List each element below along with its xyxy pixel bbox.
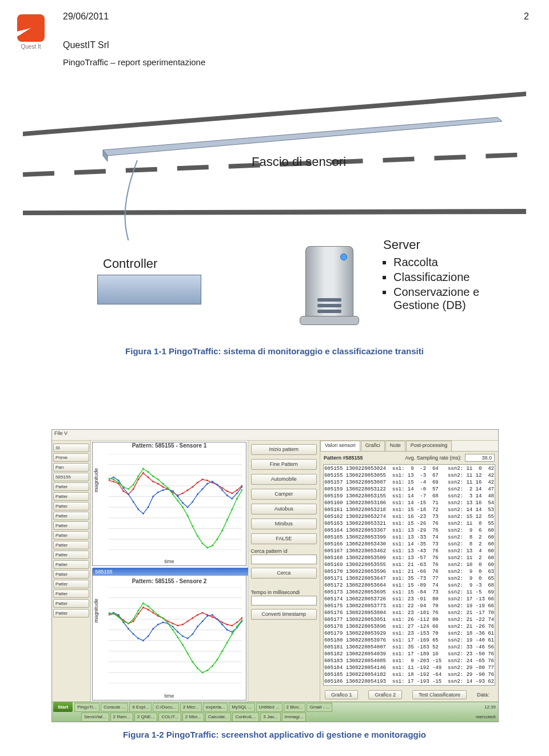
sidebar-item[interactable]: Patter [53,482,89,491]
tab-note[interactable]: Note [385,441,405,451]
chart2-xlabel: time [93,693,245,699]
taskbar-item[interactable]: Calcolat... [205,713,232,722]
sidebar-item[interactable]: Patter [53,589,89,598]
taskbar-item[interactable]: 2 Micr... [180,703,202,712]
convert-timestamp-button[interactable]: Converti timestamp [251,609,317,620]
test-classificatore-button[interactable]: Test Classificatore [412,690,467,699]
sidebar-item[interactable]: Patter [53,551,89,559]
taskbar-item[interactable]: 6 Expl... [129,703,152,712]
taskbar-item[interactable]: MySQL ... [229,703,254,712]
sidebar-item[interactable]: Patter [53,609,89,618]
sidebar-item[interactable]: Patter [53,560,89,569]
start-button[interactable]: Start [53,702,73,712]
svg-point-87 [187,515,189,517]
tab-valori[interactable]: Valori sensori [320,441,360,451]
classify-button[interactable]: Fine Pattern [251,459,317,470]
svg-point-72 [113,478,115,480]
svg-point-180 [182,644,184,646]
tab-post[interactable]: Post-processing [406,441,452,451]
svg-point-31 [187,489,189,491]
taskbar-item[interactable]: experta... [203,703,228,712]
taskbar-item[interactable]: 2 Ram... [110,713,133,722]
tray-day: mercoledì [474,714,498,719]
sidebar-item[interactable]: Prime [53,453,89,462]
svg-point-56 [172,490,174,492]
data-label: Data: [477,692,490,698]
classify-button[interactable]: FALSE [251,533,317,544]
chart2-plot [109,587,242,683]
taskbar[interactable]: StartPingoTr...Console ...6 Expl...C:/Do… [52,702,498,722]
svg-point-187 [217,659,218,660]
server-image [297,240,360,326]
svg-point-96 [232,508,233,510]
svg-point-38 [222,487,224,489]
svg-point-114 [133,620,134,622]
classify-button[interactable]: Autobus [251,504,317,514]
sidebar-item[interactable]: 585155 [53,473,89,481]
classify-button[interactable]: Automobile [251,474,317,485]
classify-button[interactable]: Camper [251,489,317,500]
sidebar-item[interactable]: Patter [53,531,89,540]
svg-point-157 [207,615,209,617]
taskbar-item[interactable]: 2 Micr... [182,713,204,722]
svg-point-188 [222,650,224,652]
svg-point-77 [138,476,140,477]
svg-point-171 [138,610,140,612]
svg-point-179 [177,636,179,638]
sidebar-item[interactable]: Patter [53,492,89,501]
svg-point-68 [232,498,233,500]
sidebar-item[interactable]: Patter [53,502,89,510]
sensor-data-list[interactable]: 605155 1308228053024 ss1: 9 -2 64 ssn2: … [323,464,495,686]
svg-point-148 [162,622,164,623]
menu-bar[interactable]: File V [52,430,498,441]
svg-point-159 [217,618,218,620]
taskbar-item[interactable]: C:/Docu... [153,703,179,712]
chart-panel: Pattern: 585155 - Sensore 1 magnitude ti… [91,441,247,702]
sidebar-item[interactable]: Patter [53,570,89,579]
svg-point-125 [187,620,189,622]
taskbar-item[interactable]: 2 QNE... [134,713,158,722]
system-diagram: Fascio di sensori Controller Server Racc… [23,92,526,338]
system-tray[interactable]: 12:35 [482,704,498,710]
classify-button[interactable]: Inizio pattern [251,444,317,455]
taskbar-item[interactable]: PingoTr... [74,703,100,712]
app-screenshot: File V StPrimePan585155PatterPatterPatte… [51,429,499,722]
svg-point-185 [207,670,209,671]
svg-point-146 [153,628,154,630]
sidebar-item[interactable]: Patter [53,541,89,549]
taskbar-item[interactable]: Gmail - ... [307,703,332,712]
chart2-window-title[interactable]: 585155 [93,568,248,576]
svg-point-169 [128,623,130,624]
svg-point-86 [182,506,184,508]
taskbar-item[interactable]: ControlL... [232,713,259,722]
svg-point-121 [168,620,169,622]
cerca-button[interactable]: Cerca [251,568,317,579]
sidebar-item[interactable]: Patter [53,521,89,530]
taskbar-item[interactable]: 2 Bloc... [284,703,306,712]
svg-point-95 [226,519,228,521]
sidebar-item[interactable]: St [53,444,89,452]
chart1-plot [109,454,242,550]
chart2-ylabel: magnitude [93,598,99,622]
svg-point-143 [138,638,140,639]
text-input[interactable] [251,596,317,605]
svg-point-118 [153,612,154,613]
svg-point-82 [162,483,164,485]
taskbar-item[interactable]: 3 Jav... [260,713,280,722]
taskbar-item[interactable]: Immagi... [282,713,307,722]
classify-button[interactable]: Minibus [251,518,317,529]
svg-point-190 [232,634,233,635]
taskbar-item[interactable]: Untitled ... [256,703,283,712]
tab-grafici[interactable]: Grafici [361,441,385,451]
sidebar-item[interactable]: Patter [53,580,89,588]
sidebar-item[interactable]: Pan [53,463,89,472]
text-input[interactable] [251,555,317,564]
sidebar-item[interactable]: Patter [53,512,89,520]
taskbar-item[interactable]: Console ... [101,703,128,712]
taskbar-item[interactable]: COLIT... [158,713,181,722]
grafico-2-button[interactable]: Grafico 2 [368,690,402,699]
taskbar-item[interactable]: SensViaf... [81,713,109,722]
svg-point-74 [123,486,125,488]
grafico-1-button[interactable]: Grafico 1 [325,690,359,699]
sidebar-item[interactable]: Patter [53,599,89,608]
